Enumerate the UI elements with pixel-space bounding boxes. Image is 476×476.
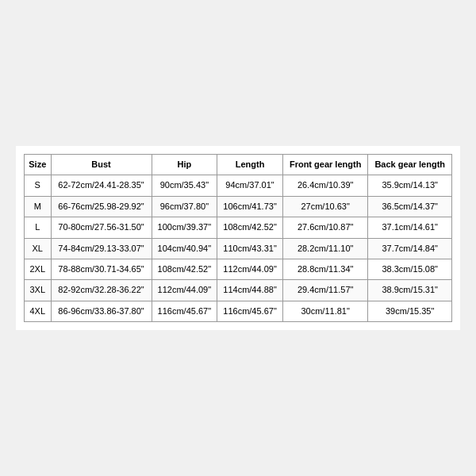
cell-back_gear: 38.9cm/15.31" xyxy=(368,280,452,301)
cell-front_gear: 26.4cm/10.39" xyxy=(282,175,368,196)
table-header-row: Size Bust Hip Length Front gear length B… xyxy=(25,154,452,175)
cell-size: M xyxy=(25,196,52,217)
cell-hip: 112cm/44.09" xyxy=(152,280,217,301)
cell-length: 112cm/44.09" xyxy=(217,259,283,279)
cell-front_gear: 28.2cm/11.10" xyxy=(282,238,368,259)
cell-bust: 74-84cm/29.13-33.07" xyxy=(51,238,152,259)
header-bust: Bust xyxy=(51,154,152,175)
cell-length: 94cm/37.01" xyxy=(217,175,283,196)
cell-bust: 66-76cm/25.98-29.92" xyxy=(51,196,152,217)
header-front-gear: Front gear length xyxy=(282,154,368,175)
cell-front_gear: 27.6cm/10.87" xyxy=(282,217,368,238)
cell-hip: 108cm/42.52" xyxy=(152,259,217,279)
cell-back_gear: 37.1cm/14.61" xyxy=(368,217,452,238)
size-chart-container: Size Bust Hip Length Front gear length B… xyxy=(16,146,460,330)
cell-size: 3XL xyxy=(25,280,52,301)
cell-size: 2XL xyxy=(25,259,52,279)
cell-back_gear: 37.7cm/14.84" xyxy=(368,238,452,259)
table-row: 3XL82-92cm/32.28-36.22"112cm/44.09"114cm… xyxy=(25,280,452,301)
cell-size: L xyxy=(25,217,52,238)
cell-back_gear: 39cm/15.35" xyxy=(368,301,452,321)
cell-hip: 96cm/37.80" xyxy=(152,196,217,217)
cell-hip: 100cm/39.37" xyxy=(152,217,217,238)
cell-size: XL xyxy=(25,238,52,259)
cell-bust: 62-72cm/24.41-28.35" xyxy=(51,175,152,196)
header-back-gear: Back gear length xyxy=(368,154,452,175)
table-row: 2XL78-88cm/30.71-34.65"108cm/42.52"112cm… xyxy=(25,259,452,279)
table-row: M66-76cm/25.98-29.92"96cm/37.80"106cm/41… xyxy=(25,196,452,217)
cell-hip: 104cm/40.94" xyxy=(152,238,217,259)
header-size: Size xyxy=(25,154,52,175)
cell-hip: 116cm/45.67" xyxy=(152,301,217,321)
table-row: L70-80cm/27.56-31.50"100cm/39.37"108cm/4… xyxy=(25,217,452,238)
cell-size: S xyxy=(25,175,52,196)
cell-length: 108cm/42.52" xyxy=(217,217,283,238)
cell-length: 110cm/43.31" xyxy=(217,238,283,259)
cell-front_gear: 28.8cm/11.34" xyxy=(282,259,368,279)
cell-bust: 78-88cm/30.71-34.65" xyxy=(51,259,152,279)
cell-back_gear: 38.3cm/15.08" xyxy=(368,259,452,279)
cell-front_gear: 30cm/11.81" xyxy=(282,301,368,321)
table-row: S62-72cm/24.41-28.35"90cm/35.43"94cm/37.… xyxy=(25,175,452,196)
cell-bust: 82-92cm/32.28-36.22" xyxy=(51,280,152,301)
cell-hip: 90cm/35.43" xyxy=(152,175,217,196)
cell-length: 114cm/44.88" xyxy=(217,280,283,301)
size-chart-table: Size Bust Hip Length Front gear length B… xyxy=(24,154,452,322)
table-row: 4XL86-96cm/33.86-37.80"116cm/45.67"116cm… xyxy=(25,301,452,321)
header-length: Length xyxy=(217,154,283,175)
table-row: XL74-84cm/29.13-33.07"104cm/40.94"110cm/… xyxy=(25,238,452,259)
cell-length: 116cm/45.67" xyxy=(217,301,283,321)
cell-size: 4XL xyxy=(25,301,52,321)
cell-length: 106cm/41.73" xyxy=(217,196,283,217)
header-hip: Hip xyxy=(152,154,217,175)
cell-back_gear: 35.9cm/14.13" xyxy=(368,175,452,196)
cell-front_gear: 29.4cm/11.57" xyxy=(282,280,368,301)
cell-back_gear: 36.5cm/14.37" xyxy=(368,196,452,217)
cell-bust: 70-80cm/27.56-31.50" xyxy=(51,217,152,238)
cell-front_gear: 27cm/10.63" xyxy=(282,196,368,217)
cell-bust: 86-96cm/33.86-37.80" xyxy=(51,301,152,321)
